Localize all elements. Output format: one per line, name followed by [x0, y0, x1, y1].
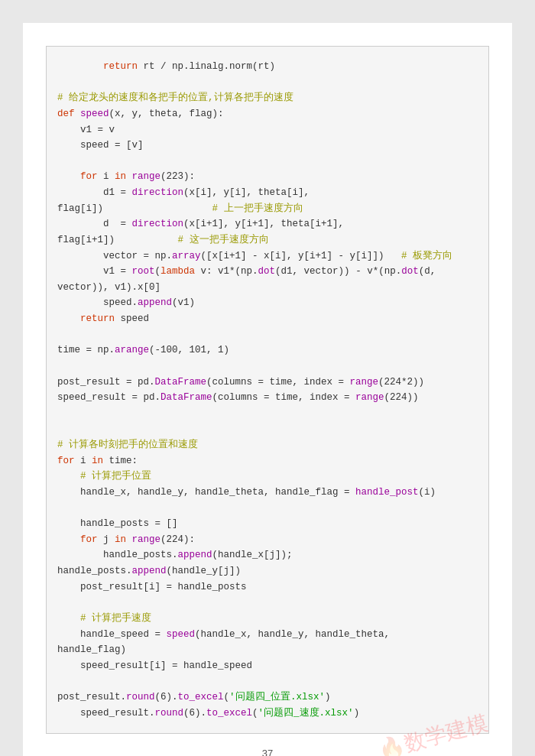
page-number: 37	[46, 748, 489, 756]
page: return rt / np.linalg.norm(rt) # 给定龙头的速度…	[23, 23, 512, 756]
code-block: return rt / np.linalg.norm(rt) # 给定龙头的速度…	[46, 46, 489, 734]
